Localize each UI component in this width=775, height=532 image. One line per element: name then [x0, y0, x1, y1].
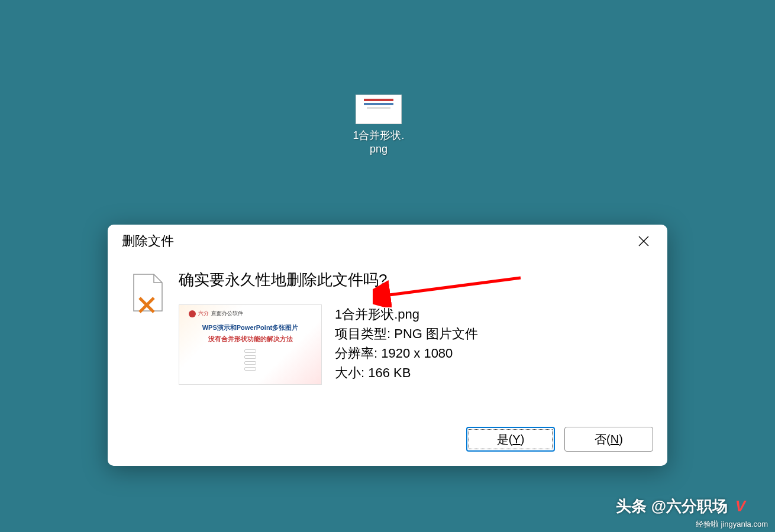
dialog-title: 删除文件: [122, 232, 174, 250]
close-icon: [638, 235, 650, 247]
dialog-content: 确实要永久性地删除此文件吗? 六分 直面办公软件 WPS演示和PowerPoin…: [179, 270, 650, 413]
file-resolution: 分辨率: 1920 x 1080: [335, 343, 478, 363]
yes-button[interactable]: 是(Y): [466, 427, 555, 452]
desktop-file-icon[interactable]: 1合并形状.png: [346, 95, 411, 157]
dialog-titlebar: 删除文件: [108, 225, 667, 258]
file-info: 六分 直面办公软件 WPS演示和PowerPoint多张图片 没有合并形状功能的…: [179, 304, 650, 385]
file-delete-icon: [131, 273, 164, 313]
close-button[interactable]: [634, 232, 653, 251]
confirmation-question: 确实要永久性地删除此文件吗?: [179, 270, 650, 290]
watermark-site: 经验啦 jingyanla.com: [696, 519, 768, 530]
dialog-body: 确实要永久性地删除此文件吗? 六分 直面办公软件 WPS演示和PowerPoin…: [108, 258, 667, 413]
file-size: 大小: 166 KB: [335, 363, 478, 382]
delete-file-dialog: 删除文件 确实要永久性地删除此文件吗? 六分: [108, 225, 667, 466]
file-type: 项目类型: PNG 图片文件: [335, 324, 478, 343]
file-preview-thumbnail: 六分 直面办公软件 WPS演示和PowerPoint多张图片 没有合并形状功能的…: [179, 304, 322, 385]
watermark-v-badge: V: [735, 497, 745, 515]
file-name: 1合并形状.png: [335, 304, 478, 324]
file-thumbnail: [356, 95, 402, 124]
file-label: 1合并形状.png: [353, 129, 404, 157]
watermark-main: 头条 @六分职场: [616, 496, 728, 517]
dialog-footer: 是(Y) 否(N): [108, 413, 667, 466]
file-details: 1合并形状.png 项目类型: PNG 图片文件 分辨率: 1920 x 108…: [335, 304, 478, 385]
no-button[interactable]: 否(N): [564, 427, 653, 452]
